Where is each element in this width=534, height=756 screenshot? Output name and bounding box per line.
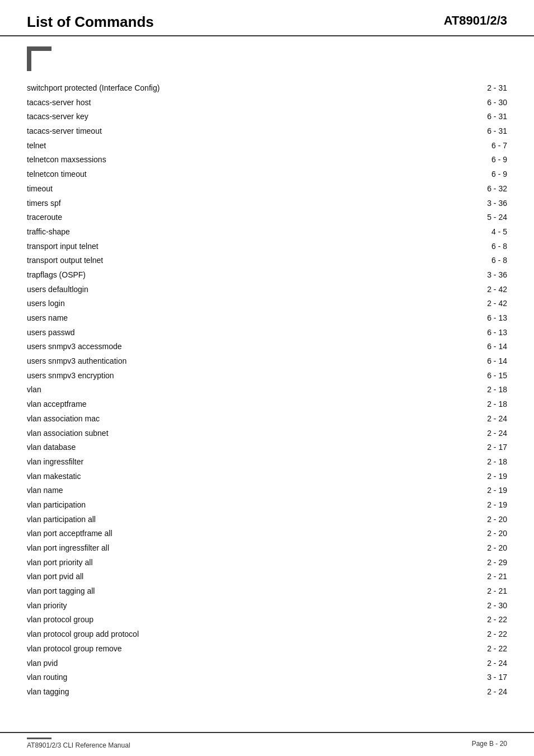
command-page: 2 - 20	[363, 513, 507, 527]
table-row: traffic-shape4 - 5	[27, 225, 507, 240]
command-name: vlan	[27, 383, 363, 397]
command-name: vlan database	[27, 440, 363, 455]
command-name: timeout	[27, 182, 363, 196]
command-page: 6 - 14	[363, 340, 507, 354]
command-page: 2 - 18	[363, 455, 507, 469]
table-row: vlan association mac2 - 24	[27, 412, 507, 426]
command-page: 2 - 30	[363, 599, 507, 613]
table-row: timers spf3 - 36	[27, 196, 507, 211]
footer-page-number: Page B - 20	[472, 740, 507, 748]
command-name: users passwd	[27, 326, 363, 340]
command-name: users defaultlogin	[27, 283, 363, 297]
command-name: switchport protected (Interface Config)	[27, 81, 363, 96]
command-name: users login	[27, 297, 363, 311]
table-row: vlan priority2 - 30	[27, 599, 507, 613]
table-row: tacacs-server timeout6 - 31	[27, 124, 507, 139]
command-name: vlan tagging	[27, 685, 363, 699]
command-page: 6 - 31	[363, 110, 507, 124]
table-row: vlan database2 - 17	[27, 440, 507, 455]
command-name: vlan port ingressfilter all	[27, 541, 363, 556]
table-row: vlan makestatic2 - 19	[27, 469, 507, 484]
command-page: 3 - 36	[363, 268, 507, 283]
table-row: vlan participation2 - 19	[27, 498, 507, 513]
command-name: vlan participation all	[27, 513, 363, 527]
table-row: tacacs-server key6 - 31	[27, 110, 507, 124]
command-name: vlan port acceptframe all	[27, 527, 363, 541]
command-page: 2 - 20	[363, 527, 507, 541]
table-row: vlan protocol group2 - 22	[27, 613, 507, 627]
command-page: 2 - 24	[363, 656, 507, 671]
command-name: tacacs-server timeout	[27, 124, 363, 139]
command-name: timers spf	[27, 196, 363, 211]
table-row: vlan routing3 - 17	[27, 670, 507, 685]
command-name: tacacs-server key	[27, 110, 363, 124]
table-row: vlan acceptframe2 - 18	[27, 397, 507, 412]
command-name: vlan participation	[27, 498, 363, 513]
command-page: 2 - 24	[363, 426, 507, 441]
command-page: 6 - 9	[363, 167, 507, 182]
page-title: List of Commands	[27, 13, 154, 31]
command-name: vlan priority	[27, 599, 363, 613]
command-name: tacacs-server host	[27, 96, 363, 110]
command-name: vlan port priority all	[27, 556, 363, 570]
table-row: transport input telnet6 - 8	[27, 240, 507, 254]
command-page: 2 - 22	[363, 642, 507, 656]
table-row: vlan pvid2 - 24	[27, 656, 507, 671]
command-name: traffic-shape	[27, 225, 363, 240]
command-page: 2 - 20	[363, 541, 507, 556]
command-page: 6 - 13	[363, 311, 507, 326]
table-row: users snmpv3 authentication6 - 14	[27, 354, 507, 369]
command-name: vlan routing	[27, 670, 363, 685]
command-name: transport input telnet	[27, 240, 363, 254]
table-row: vlan participation all2 - 20	[27, 513, 507, 527]
command-name: users snmpv3 encryption	[27, 369, 363, 383]
command-page: 2 - 42	[363, 283, 507, 297]
command-page: 6 - 7	[363, 139, 507, 153]
table-row: trapflags (OSPF)3 - 36	[27, 268, 507, 283]
command-page: 2 - 31	[363, 81, 507, 96]
page-model: AT8901/2/3	[444, 13, 507, 28]
command-page: 3 - 17	[363, 670, 507, 685]
command-page: 2 - 21	[363, 570, 507, 584]
command-name: transport output telnet	[27, 253, 363, 268]
command-name: telnet	[27, 139, 363, 153]
command-name: vlan name	[27, 483, 363, 498]
page-footer: AT8901/2/3 CLI Reference Manual Page B -…	[0, 732, 534, 756]
command-page: 2 - 18	[363, 397, 507, 412]
command-page: 2 - 19	[363, 469, 507, 484]
table-row: vlan port acceptframe all2 - 20	[27, 527, 507, 541]
table-row: vlan ingressfilter2 - 18	[27, 455, 507, 469]
table-row: users name6 - 13	[27, 311, 507, 326]
table-row: vlan protocol group add protocol2 - 22	[27, 627, 507, 642]
command-page: 3 - 36	[363, 196, 507, 211]
command-page: 6 - 15	[363, 369, 507, 383]
command-name: users name	[27, 311, 363, 326]
table-row: vlan name2 - 19	[27, 483, 507, 498]
command-page: 6 - 9	[363, 153, 507, 167]
command-name: vlan association mac	[27, 412, 363, 426]
command-page: 6 - 31	[363, 124, 507, 139]
command-name: vlan protocol group add protocol	[27, 627, 363, 642]
table-row: vlan port priority all2 - 29	[27, 556, 507, 570]
command-page: 6 - 8	[363, 253, 507, 268]
table-row: vlan protocol group remove2 - 22	[27, 642, 507, 656]
command-name: telnetcon timeout	[27, 167, 363, 182]
page-header: List of Commands AT8901/2/3	[0, 0, 534, 36]
command-name: traceroute	[27, 210, 363, 225]
command-page: 6 - 32	[363, 182, 507, 196]
table-row: tacacs-server host6 - 30	[27, 96, 507, 110]
table-row: users snmpv3 encryption6 - 15	[27, 369, 507, 383]
command-name: vlan port pvid all	[27, 570, 363, 584]
table-row: vlan association subnet2 - 24	[27, 426, 507, 441]
command-page: 2 - 17	[363, 440, 507, 455]
command-page: 6 - 8	[363, 240, 507, 254]
command-page: 6 - 14	[363, 354, 507, 369]
command-name: users snmpv3 authentication	[27, 354, 363, 369]
command-page: 2 - 19	[363, 483, 507, 498]
command-page: 6 - 13	[363, 326, 507, 340]
table-row: users passwd6 - 13	[27, 326, 507, 340]
table-row: traceroute5 - 24	[27, 210, 507, 225]
command-page: 2 - 42	[363, 297, 507, 311]
table-row: telnet6 - 7	[27, 139, 507, 153]
corner-bracket-icon	[27, 46, 51, 71]
